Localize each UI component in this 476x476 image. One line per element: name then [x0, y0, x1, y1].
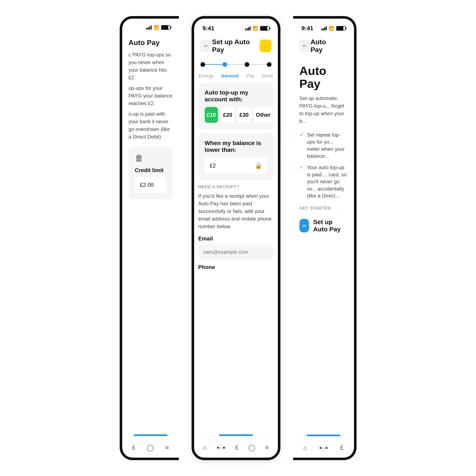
step-label-pay: Pay — [246, 73, 255, 79]
right-checklist: ✓ Set repeat top-ups for yo... meter whe… — [299, 131, 348, 199]
step-label-amount: Amount — [221, 73, 238, 79]
balance-value: £2 — [210, 162, 216, 169]
left-desc-3: o-up is paid with your bank ll never go … — [129, 110, 172, 141]
right-content: Auto Pay Set up automatic PAYG top-u... … — [293, 58, 354, 435]
battery-icon — [161, 25, 170, 30]
center-nav-pound-icon[interactable]: £ — [235, 444, 239, 451]
center-phone-wrapper: 9:41 📶 ← Set up Auto Pay ⚡ — [192, 16, 280, 460]
right-status-icons: 📶 — [321, 26, 345, 31]
right-bottom-area: ⌂ ●–● £ — [293, 435, 354, 458]
left-page-title: Auto Pay — [129, 38, 172, 47]
check-item-2: ✓ Your auto top-up is paid ... card, so … — [299, 164, 348, 199]
right-page-title: Auto Pay — [299, 64, 348, 90]
left-phone-wrapper: 📶 Auto Pay c PAYG top-ups so you never w… — [120, 16, 179, 460]
check-text-1: Set repeat top-ups for yo... meter when … — [307, 131, 348, 160]
check-item-1: ✓ Set repeat top-ups for yo... meter whe… — [299, 131, 348, 160]
left-phone: 📶 Auto Pay c PAYG top-ups so you never w… — [120, 16, 179, 460]
right-wifi-icon: 📶 — [329, 26, 334, 31]
right-signal-icon — [321, 26, 327, 31]
right-nav-pound-icon[interactable]: £ — [340, 444, 344, 451]
right-battery-icon — [336, 26, 345, 31]
right-bottom-indicator — [307, 435, 340, 436]
setup-btn-label: Set up Auto Pay — [313, 219, 348, 233]
get-started-label: GET STARTED — [299, 206, 348, 211]
phone-label: Phone — [198, 264, 274, 271]
wifi-icon: 📶 — [154, 25, 159, 30]
center-status-bar: 9:41 📶 — [194, 19, 278, 34]
right-time: 9:41 — [302, 25, 313, 32]
amount-30-button[interactable]: £30 — [237, 107, 251, 123]
center-scroll-content: Auto top-up my account with: £10 £20 £30… — [194, 83, 278, 434]
infinity-icon: ∞ — [299, 219, 309, 232]
back-button[interactable]: ← — [201, 39, 212, 52]
signal-icon — [146, 25, 152, 30]
balance-input-row: £2 🔒 — [205, 157, 267, 174]
nav-pound-icon[interactable]: £ — [132, 444, 136, 451]
step-dot-amount — [222, 62, 227, 67]
receipt-label: NEED A RECEIPT? — [198, 184, 274, 189]
center-battery-icon — [260, 26, 269, 31]
step-labels: Energy Amount Pay Done — [194, 73, 278, 83]
left-status-icons: 📶 — [146, 25, 170, 30]
center-status-icons: 📶 — [245, 26, 269, 31]
center-nav-help-icon[interactable]: ◯ — [248, 444, 255, 451]
amount-other-button[interactable]: Other — [254, 107, 272, 123]
trash-icon: 🗑 — [135, 153, 166, 163]
amount-section: Auto top-up my account with: £10 £20 £30… — [198, 83, 274, 129]
checkmark-1-icon: ✓ — [299, 132, 304, 138]
amount-10-button[interactable]: £10 — [205, 107, 218, 123]
lightning-button[interactable]: ⚡ — [260, 39, 271, 52]
email-label: Email — [198, 235, 274, 242]
step-dot-energy — [201, 62, 205, 67]
step-line-1 — [205, 64, 223, 65]
step-dot-done — [267, 62, 272, 67]
left-credit-card: 🗑 Credit limit £2.00 — [129, 147, 172, 199]
nav-menu-icon[interactable]: ≡ — [165, 444, 169, 451]
right-nav-title: Auto Pay — [310, 38, 336, 54]
balance-section: When my balance is lower than: £2 🔒 — [198, 134, 274, 180]
right-phone: 9:41 📶 ← Auto Pay Auto Pay — [293, 16, 357, 460]
left-bottom-nav-area: £ ◯ ≡ — [122, 434, 179, 458]
center-phone: 9:41 📶 ← Set up Auto Pay ⚡ — [192, 16, 280, 460]
left-bottom-nav: £ ◯ ≡ — [122, 440, 179, 458]
center-nav-menu-icon[interactable]: ≡ — [265, 444, 269, 451]
receipt-description: If you'd like a receipt when your Auto P… — [198, 192, 274, 230]
right-back-button[interactable]: ← — [299, 39, 311, 52]
left-bottom-indicator — [134, 434, 168, 436]
credit-value: £2.00 — [135, 177, 166, 193]
center-bottom-area: ⌂ ●–● £ ◯ ≡ — [194, 434, 278, 458]
setup-autopay-button[interactable]: ∞ Set up Auto Pay — [299, 219, 348, 233]
topup-title: Auto top-up my account with: — [205, 89, 267, 103]
email-input[interactable] — [198, 244, 274, 260]
check-text-2: Your auto top-up is paid ... card, so yo… — [307, 164, 348, 199]
left-desc-1: c PAYG top-ups so you never when your ba… — [129, 51, 172, 81]
center-time: 9:41 — [203, 25, 214, 32]
right-status-bar: 9:41 📶 — [293, 19, 354, 34]
balance-title: When my balance is lower than: — [205, 140, 267, 153]
center-bottom-nav: ⌂ ●–● £ ◯ ≡ — [194, 440, 278, 458]
right-bottom-nav: ⌂ ●–● £ — [293, 440, 354, 458]
center-nav-home-icon[interactable]: ⌂ — [203, 444, 207, 451]
lock-icon: 🔒 — [255, 162, 262, 169]
center-wifi-icon: 📶 — [253, 26, 258, 31]
amount-options: £10 £20 £30 Other — [205, 107, 267, 123]
step-line-2 — [227, 64, 245, 65]
center-nav-header: ← Set up Auto Pay ⚡ — [194, 34, 278, 58]
right-nav-activity-icon[interactable]: ●–● — [319, 445, 328, 451]
nav-help-icon[interactable]: ◯ — [147, 444, 154, 451]
center-nav-title: Set up Auto Pay — [212, 38, 260, 54]
step-label-energy: Energy — [199, 73, 214, 79]
step-line-3 — [249, 64, 267, 65]
amount-20-button[interactable]: £20 — [221, 107, 234, 123]
right-nav-header: ← Auto Pay — [293, 34, 354, 58]
step-dot-pay — [245, 62, 249, 67]
center-bottom-indicator — [219, 434, 253, 436]
center-signal-icon — [245, 26, 251, 31]
receipt-section: NEED A RECEIPT? If you'd like a receipt … — [194, 184, 278, 277]
center-nav-activity-icon[interactable]: ●–● — [217, 444, 225, 450]
right-description: Set up automatic PAYG top-u... forget to… — [299, 95, 348, 125]
left-desc-2: op-ups for your PAYG your balance reache… — [129, 84, 172, 107]
right-nav-home-icon[interactable]: ⌂ — [303, 444, 307, 451]
left-status-bar: 📶 — [122, 19, 179, 32]
right-phone-wrapper: 9:41 📶 ← Auto Pay Auto Pay — [293, 16, 357, 460]
